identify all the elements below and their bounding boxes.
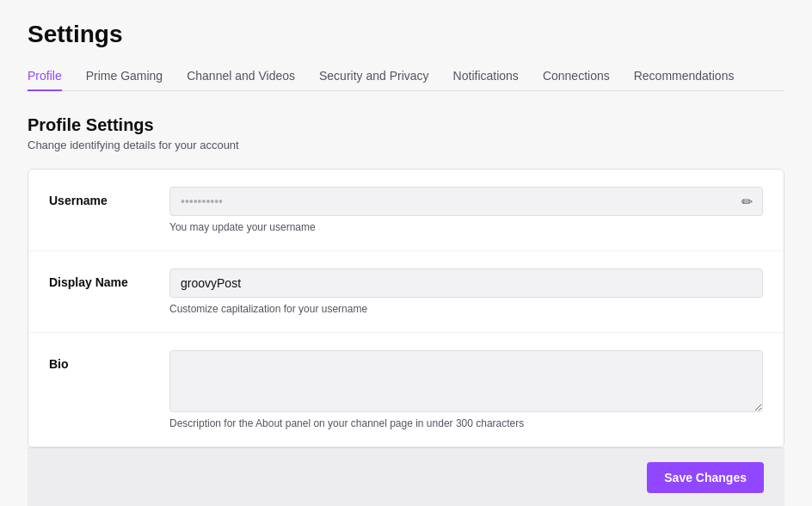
bio-row: Bio Description for the About panel on y… [28, 333, 784, 447]
save-changes-button[interactable]: Save Changes [647, 462, 764, 493]
content-area: Profile Settings Change identifying deta… [28, 91, 784, 447]
tab-profile[interactable]: Profile [28, 62, 62, 91]
display-name-hint: Customize capitalization for your userna… [169, 303, 763, 315]
display-name-row: Display Name Customize capitalization fo… [28, 251, 784, 333]
username-hint: You may update your username [169, 221, 763, 233]
username-row: Username ✏ You may update your username [28, 170, 784, 251]
bio-label: Bio [49, 350, 169, 371]
page-title: Settings [28, 21, 784, 48]
section-title: Profile Settings [28, 115, 784, 135]
bio-textarea[interactable] [169, 350, 763, 412]
footer-bar: Save Changes [28, 447, 784, 506]
username-input[interactable] [169, 187, 763, 216]
page-wrapper: Settings Profile Prime Gaming Channel an… [0, 0, 812, 506]
bio-field: Description for the About panel on your … [169, 350, 763, 429]
section-subtitle: Change identifying details for your acco… [28, 139, 784, 151]
display-name-label: Display Name [49, 268, 169, 289]
display-name-field: Customize capitalization for your userna… [169, 268, 763, 315]
display-name-input-wrapper [169, 268, 763, 298]
tab-prime-gaming[interactable]: Prime Gaming [86, 62, 163, 91]
tab-security-and-privacy[interactable]: Security and Privacy [319, 62, 429, 91]
tab-channel-and-videos[interactable]: Channel and Videos [187, 62, 295, 91]
bio-hint: Description for the About panel on your … [169, 417, 763, 429]
username-input-wrapper: ✏ [169, 187, 763, 216]
edit-icon[interactable]: ✏ [741, 194, 753, 210]
username-field: ✏ You may update your username [169, 187, 763, 233]
tab-connections[interactable]: Connections [543, 62, 610, 91]
username-label: Username [49, 187, 169, 207]
tab-notifications[interactable]: Notifications [453, 62, 519, 91]
settings-card: Username ✏ You may update your username … [28, 169, 784, 447]
display-name-input[interactable] [169, 268, 763, 298]
tab-recommendations[interactable]: Recommendations [634, 62, 735, 91]
tabs-nav: Profile Prime Gaming Channel and Videos … [28, 62, 784, 91]
